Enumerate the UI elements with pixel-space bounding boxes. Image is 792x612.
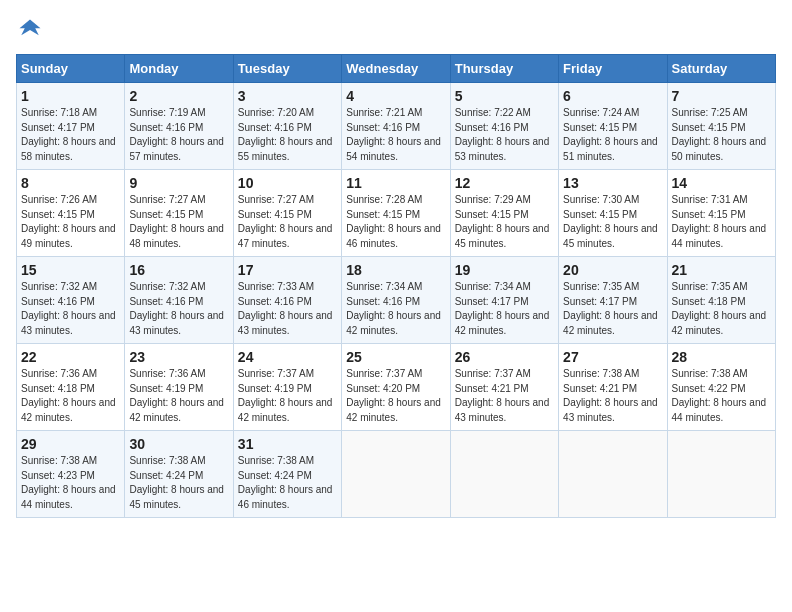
day-number: 30 bbox=[129, 436, 228, 452]
day-number: 10 bbox=[238, 175, 337, 191]
cell-details: Sunrise: 7:32 AMSunset: 4:16 PMDaylight:… bbox=[129, 280, 228, 338]
day-number: 26 bbox=[455, 349, 554, 365]
day-number: 27 bbox=[563, 349, 662, 365]
day-number: 6 bbox=[563, 88, 662, 104]
day-number: 4 bbox=[346, 88, 445, 104]
day-number: 13 bbox=[563, 175, 662, 191]
day-number: 12 bbox=[455, 175, 554, 191]
calendar-cell bbox=[559, 431, 667, 518]
calendar-cell: 11Sunrise: 7:28 AMSunset: 4:15 PMDayligh… bbox=[342, 170, 450, 257]
calendar-header-row: SundayMondayTuesdayWednesdayThursdayFrid… bbox=[17, 55, 776, 83]
calendar-cell bbox=[667, 431, 775, 518]
day-number: 7 bbox=[672, 88, 771, 104]
calendar-cell: 23Sunrise: 7:36 AMSunset: 4:19 PMDayligh… bbox=[125, 344, 233, 431]
calendar-cell: 25Sunrise: 7:37 AMSunset: 4:20 PMDayligh… bbox=[342, 344, 450, 431]
cell-details: Sunrise: 7:20 AMSunset: 4:16 PMDaylight:… bbox=[238, 106, 337, 164]
calendar-week-row: 22Sunrise: 7:36 AMSunset: 4:18 PMDayligh… bbox=[17, 344, 776, 431]
calendar-cell: 2Sunrise: 7:19 AMSunset: 4:16 PMDaylight… bbox=[125, 83, 233, 170]
calendar-cell: 10Sunrise: 7:27 AMSunset: 4:15 PMDayligh… bbox=[233, 170, 341, 257]
calendar-cell: 16Sunrise: 7:32 AMSunset: 4:16 PMDayligh… bbox=[125, 257, 233, 344]
cell-details: Sunrise: 7:38 AMSunset: 4:21 PMDaylight:… bbox=[563, 367, 662, 425]
cell-details: Sunrise: 7:28 AMSunset: 4:15 PMDaylight:… bbox=[346, 193, 445, 251]
cell-details: Sunrise: 7:36 AMSunset: 4:19 PMDaylight:… bbox=[129, 367, 228, 425]
cell-details: Sunrise: 7:38 AMSunset: 4:22 PMDaylight:… bbox=[672, 367, 771, 425]
calendar-cell: 26Sunrise: 7:37 AMSunset: 4:21 PMDayligh… bbox=[450, 344, 558, 431]
day-number: 18 bbox=[346, 262, 445, 278]
day-header-thursday: Thursday bbox=[450, 55, 558, 83]
cell-details: Sunrise: 7:19 AMSunset: 4:16 PMDaylight:… bbox=[129, 106, 228, 164]
day-number: 3 bbox=[238, 88, 337, 104]
day-number: 29 bbox=[21, 436, 120, 452]
cell-details: Sunrise: 7:31 AMSunset: 4:15 PMDaylight:… bbox=[672, 193, 771, 251]
day-number: 1 bbox=[21, 88, 120, 104]
calendar-cell: 12Sunrise: 7:29 AMSunset: 4:15 PMDayligh… bbox=[450, 170, 558, 257]
cell-details: Sunrise: 7:37 AMSunset: 4:19 PMDaylight:… bbox=[238, 367, 337, 425]
day-header-wednesday: Wednesday bbox=[342, 55, 450, 83]
logo-icon bbox=[16, 16, 44, 44]
day-number: 23 bbox=[129, 349, 228, 365]
day-number: 2 bbox=[129, 88, 228, 104]
cell-details: Sunrise: 7:24 AMSunset: 4:15 PMDaylight:… bbox=[563, 106, 662, 164]
cell-details: Sunrise: 7:26 AMSunset: 4:15 PMDaylight:… bbox=[21, 193, 120, 251]
cell-details: Sunrise: 7:27 AMSunset: 4:15 PMDaylight:… bbox=[238, 193, 337, 251]
cell-details: Sunrise: 7:35 AMSunset: 4:17 PMDaylight:… bbox=[563, 280, 662, 338]
day-number: 19 bbox=[455, 262, 554, 278]
calendar-cell: 18Sunrise: 7:34 AMSunset: 4:16 PMDayligh… bbox=[342, 257, 450, 344]
calendar-cell: 3Sunrise: 7:20 AMSunset: 4:16 PMDaylight… bbox=[233, 83, 341, 170]
cell-details: Sunrise: 7:36 AMSunset: 4:18 PMDaylight:… bbox=[21, 367, 120, 425]
calendar-week-row: 8Sunrise: 7:26 AMSunset: 4:15 PMDaylight… bbox=[17, 170, 776, 257]
day-number: 15 bbox=[21, 262, 120, 278]
cell-details: Sunrise: 7:27 AMSunset: 4:15 PMDaylight:… bbox=[129, 193, 228, 251]
calendar-cell: 28Sunrise: 7:38 AMSunset: 4:22 PMDayligh… bbox=[667, 344, 775, 431]
calendar-cell: 27Sunrise: 7:38 AMSunset: 4:21 PMDayligh… bbox=[559, 344, 667, 431]
page-header bbox=[16, 16, 776, 44]
calendar-cell: 13Sunrise: 7:30 AMSunset: 4:15 PMDayligh… bbox=[559, 170, 667, 257]
calendar-cell: 15Sunrise: 7:32 AMSunset: 4:16 PMDayligh… bbox=[17, 257, 125, 344]
cell-details: Sunrise: 7:18 AMSunset: 4:17 PMDaylight:… bbox=[21, 106, 120, 164]
calendar-cell: 17Sunrise: 7:33 AMSunset: 4:16 PMDayligh… bbox=[233, 257, 341, 344]
day-header-sunday: Sunday bbox=[17, 55, 125, 83]
calendar-cell: 5Sunrise: 7:22 AMSunset: 4:16 PMDaylight… bbox=[450, 83, 558, 170]
day-number: 20 bbox=[563, 262, 662, 278]
cell-details: Sunrise: 7:33 AMSunset: 4:16 PMDaylight:… bbox=[238, 280, 337, 338]
calendar-week-row: 29Sunrise: 7:38 AMSunset: 4:23 PMDayligh… bbox=[17, 431, 776, 518]
cell-details: Sunrise: 7:22 AMSunset: 4:16 PMDaylight:… bbox=[455, 106, 554, 164]
day-number: 22 bbox=[21, 349, 120, 365]
day-number: 8 bbox=[21, 175, 120, 191]
cell-details: Sunrise: 7:29 AMSunset: 4:15 PMDaylight:… bbox=[455, 193, 554, 251]
day-header-saturday: Saturday bbox=[667, 55, 775, 83]
calendar-cell: 24Sunrise: 7:37 AMSunset: 4:19 PMDayligh… bbox=[233, 344, 341, 431]
day-number: 14 bbox=[672, 175, 771, 191]
day-header-tuesday: Tuesday bbox=[233, 55, 341, 83]
calendar-cell: 8Sunrise: 7:26 AMSunset: 4:15 PMDaylight… bbox=[17, 170, 125, 257]
calendar-cell bbox=[342, 431, 450, 518]
cell-details: Sunrise: 7:37 AMSunset: 4:20 PMDaylight:… bbox=[346, 367, 445, 425]
calendar-cell: 19Sunrise: 7:34 AMSunset: 4:17 PMDayligh… bbox=[450, 257, 558, 344]
day-number: 31 bbox=[238, 436, 337, 452]
day-number: 17 bbox=[238, 262, 337, 278]
calendar-cell: 14Sunrise: 7:31 AMSunset: 4:15 PMDayligh… bbox=[667, 170, 775, 257]
calendar-cell: 29Sunrise: 7:38 AMSunset: 4:23 PMDayligh… bbox=[17, 431, 125, 518]
cell-details: Sunrise: 7:38 AMSunset: 4:24 PMDaylight:… bbox=[238, 454, 337, 512]
calendar-cell: 6Sunrise: 7:24 AMSunset: 4:15 PMDaylight… bbox=[559, 83, 667, 170]
cell-details: Sunrise: 7:34 AMSunset: 4:17 PMDaylight:… bbox=[455, 280, 554, 338]
calendar-week-row: 1Sunrise: 7:18 AMSunset: 4:17 PMDaylight… bbox=[17, 83, 776, 170]
cell-details: Sunrise: 7:38 AMSunset: 4:24 PMDaylight:… bbox=[129, 454, 228, 512]
calendar-table: SundayMondayTuesdayWednesdayThursdayFrid… bbox=[16, 54, 776, 518]
calendar-cell bbox=[450, 431, 558, 518]
day-header-monday: Monday bbox=[125, 55, 233, 83]
day-number: 21 bbox=[672, 262, 771, 278]
calendar-cell: 1Sunrise: 7:18 AMSunset: 4:17 PMDaylight… bbox=[17, 83, 125, 170]
cell-details: Sunrise: 7:30 AMSunset: 4:15 PMDaylight:… bbox=[563, 193, 662, 251]
calendar-cell: 20Sunrise: 7:35 AMSunset: 4:17 PMDayligh… bbox=[559, 257, 667, 344]
cell-details: Sunrise: 7:34 AMSunset: 4:16 PMDaylight:… bbox=[346, 280, 445, 338]
day-number: 9 bbox=[129, 175, 228, 191]
calendar-cell: 31Sunrise: 7:38 AMSunset: 4:24 PMDayligh… bbox=[233, 431, 341, 518]
calendar-week-row: 15Sunrise: 7:32 AMSunset: 4:16 PMDayligh… bbox=[17, 257, 776, 344]
cell-details: Sunrise: 7:38 AMSunset: 4:23 PMDaylight:… bbox=[21, 454, 120, 512]
day-number: 28 bbox=[672, 349, 771, 365]
cell-details: Sunrise: 7:21 AMSunset: 4:16 PMDaylight:… bbox=[346, 106, 445, 164]
calendar-cell: 4Sunrise: 7:21 AMSunset: 4:16 PMDaylight… bbox=[342, 83, 450, 170]
logo bbox=[16, 16, 48, 44]
day-number: 5 bbox=[455, 88, 554, 104]
